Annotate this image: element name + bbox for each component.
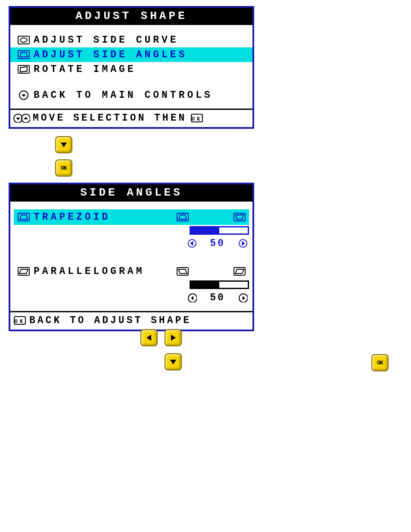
trapezoid-value-bar: [190, 226, 249, 235]
decrease-left-icon[interactable]: [186, 293, 198, 302]
panel-footer: BACK TO ADJUST SHAPE: [10, 312, 252, 330]
panel-footer: MOVE SELECTION THEN: [10, 110, 252, 127]
parallelogram-value: 50: [198, 292, 237, 303]
adjust-shape-panel: ADJUST SHAPE ADJUST SIDE CURVE ADJUST SI…: [9, 6, 254, 129]
ok-icon: [191, 113, 203, 123]
footer-text: MOVE SELECTION THEN: [33, 112, 187, 124]
trapezoid-narrow-bottom-icon: [234, 212, 246, 222]
trapezoid-narrow-top-icon: [177, 212, 189, 222]
menu-item-adjust-side-curve[interactable]: ADJUST SIDE CURVE: [10, 33, 252, 47]
menu-item-rotate-image[interactable]: ROTATE IMAGE: [10, 62, 252, 77]
down-in-circle-icon: [14, 90, 34, 100]
hw-ok-button[interactable]: [371, 354, 389, 371]
trapezoid-icon: [14, 50, 34, 60]
side-angles-item-parallelogram[interactable]: PARALLELOGRAM: [14, 264, 249, 279]
ok-icon: [14, 315, 26, 326]
parallelogram-left-icon: [177, 266, 189, 277]
parallelogram-value-bar: [190, 280, 249, 289]
increase-right-icon[interactable]: [237, 293, 249, 302]
menu-item-back-to-main[interactable]: BACK TO MAIN CONTROLS: [10, 88, 252, 103]
decrease-left-icon[interactable]: [186, 239, 198, 248]
menu-item-adjust-side-angles[interactable]: ADJUST SIDE ANGLES: [10, 47, 252, 62]
panel-title: SIDE ANGLES: [10, 184, 252, 202]
side-angles-item-trapezoid[interactable]: TRAPEZOID: [14, 209, 249, 225]
side-angles-panel: SIDE ANGLES TRAPEZOID 50: [9, 183, 254, 331]
rotate-icon: [14, 64, 34, 75]
increase-right-icon[interactable]: [237, 239, 249, 248]
hw-ok-button[interactable]: [55, 159, 72, 177]
hw-down-button[interactable]: [165, 353, 182, 370]
hw-right-button[interactable]: [165, 329, 182, 346]
hw-down-button[interactable]: [55, 136, 72, 153]
footer-text: BACK TO ADJUST SHAPE: [29, 315, 191, 326]
parallelogram-icon: [14, 266, 34, 277]
pincushion-icon: [14, 35, 34, 45]
panel-title: ADJUST SHAPE: [10, 8, 252, 25]
trapezoid-icon: [14, 212, 34, 222]
trapezoid-value: 50: [198, 238, 237, 249]
parallelogram-right-icon: [234, 266, 246, 277]
hw-left-button[interactable]: [140, 329, 158, 346]
up-in-circle-icon: [21, 113, 30, 123]
